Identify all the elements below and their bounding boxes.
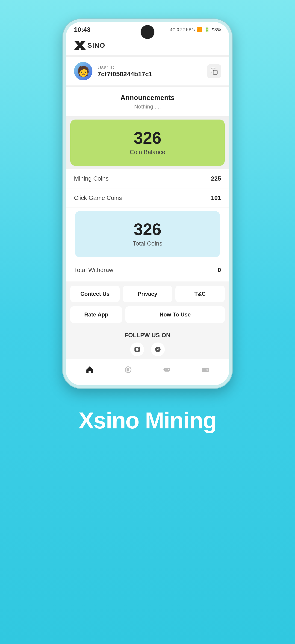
click-game-coins-value: 101 <box>211 194 221 202</box>
logo-container: SINO <box>74 41 221 50</box>
copy-button[interactable] <box>207 64 221 78</box>
mining-coins-label: Mining Coins <box>74 175 109 182</box>
announcements-text: Nothing..... <box>74 104 221 110</box>
bottom-nav: B <box>66 358 229 385</box>
svg-marker-0 <box>74 41 86 50</box>
announcements-title: Announcements <box>74 94 221 102</box>
status-icons: 4G 0.22 KB/s 📶 🔋 98% <box>170 27 221 32</box>
svg-point-11 <box>168 369 169 370</box>
mining-coins-value: 225 <box>211 175 221 182</box>
withdraw-row: Total Withdraw 0 <box>66 260 229 280</box>
user-card: 🧑 User iD 7cf7f050244b17c1 <box>66 57 229 86</box>
camera-notch <box>141 25 154 39</box>
social-icon-2[interactable] <box>151 342 165 356</box>
coin-balance-label: Coin Balance <box>79 148 216 156</box>
user-id-label: User iD <box>98 64 152 70</box>
battery-icon: 🔋 <box>204 27 210 32</box>
withdraw-wrapper: Total Withdraw 0 <box>66 260 229 282</box>
total-coins-card: 326 Total Coins <box>75 211 220 257</box>
total-coins-wrapper: 326 Total Coins <box>66 208 229 260</box>
click-game-coins-label: Click Game Coins <box>74 194 122 202</box>
svg-point-12 <box>169 370 169 370</box>
announcements-card: Announcements Nothing..... <box>66 87 229 116</box>
phone-inner: 10:43 4G 0.22 KB/s 📶 🔋 98% SINO <box>66 22 229 385</box>
follow-section: FOLLPW US ON <box>66 327 229 358</box>
status-bar: 10:43 4G 0.22 KB/s 📶 🔋 98% <box>66 22 229 36</box>
tnc-button[interactable]: T&C <box>175 286 225 302</box>
nav-wallet[interactable] <box>196 363 214 378</box>
click-game-coins-row: Click Game Coins 101 <box>66 188 229 208</box>
stats-section: Mining Coins 225 Click Game Coins 101 <box>66 169 229 208</box>
contact-us-button[interactable]: Contect Us <box>70 286 120 302</box>
total-coins-label: Total Coins <box>83 240 212 247</box>
phone-wrapper: 10:43 4G 0.22 KB/s 📶 🔋 98% SINO <box>62 18 233 389</box>
nav-mining[interactable]: B <box>119 363 137 378</box>
follow-title: FOLLPW US ON <box>74 332 221 339</box>
svg-rect-10 <box>164 370 166 370</box>
action-buttons-row2: Rate App How To Use <box>66 306 229 327</box>
user-id-value: 7cf7f050244b17c1 <box>98 70 152 78</box>
nav-game[interactable] <box>158 363 176 378</box>
brand-text: Xsino Mining <box>79 407 216 434</box>
svg-rect-14 <box>206 369 208 370</box>
logo-text: SINO <box>87 42 105 49</box>
home-icon <box>85 365 94 376</box>
how-to-use-button[interactable]: How To Use <box>125 306 225 323</box>
withdraw-value: 0 <box>218 266 221 274</box>
mining-coins-row: Mining Coins 225 <box>66 169 229 188</box>
follow-icons-row <box>74 342 221 356</box>
status-time: 10:43 <box>74 26 91 34</box>
user-details: User iD 7cf7f050244b17c1 <box>98 64 152 78</box>
avatar: 🧑 <box>74 62 92 80</box>
wallet-icon <box>201 365 210 376</box>
total-coins-number: 326 <box>83 221 212 238</box>
coin-balance-card: 326 Coin Balance <box>70 120 225 166</box>
nav-home[interactable] <box>81 363 99 378</box>
withdraw-label: Total Withdraw <box>74 266 113 274</box>
battery-percent: 98% <box>212 27 221 32</box>
rate-app-button[interactable]: Rate App <box>70 306 122 323</box>
game-icon <box>162 365 171 376</box>
logo-x-icon <box>74 41 86 50</box>
privacy-button[interactable]: Privacy <box>123 286 172 302</box>
signal-text: 4G 0.22 KB/s <box>170 28 195 32</box>
wifi-icon: 📶 <box>197 27 202 32</box>
social-icon-1[interactable] <box>130 342 144 356</box>
mining-icon: B <box>124 365 133 376</box>
svg-rect-1 <box>213 70 217 74</box>
svg-point-3 <box>136 348 139 351</box>
user-info: 🧑 User iD 7cf7f050244b17c1 <box>74 62 152 80</box>
svg-text:B: B <box>127 368 129 372</box>
svg-point-4 <box>138 348 139 348</box>
action-buttons-row1: Contect Us Privacy T&C <box>66 282 229 306</box>
coin-balance-number: 326 <box>79 130 216 146</box>
